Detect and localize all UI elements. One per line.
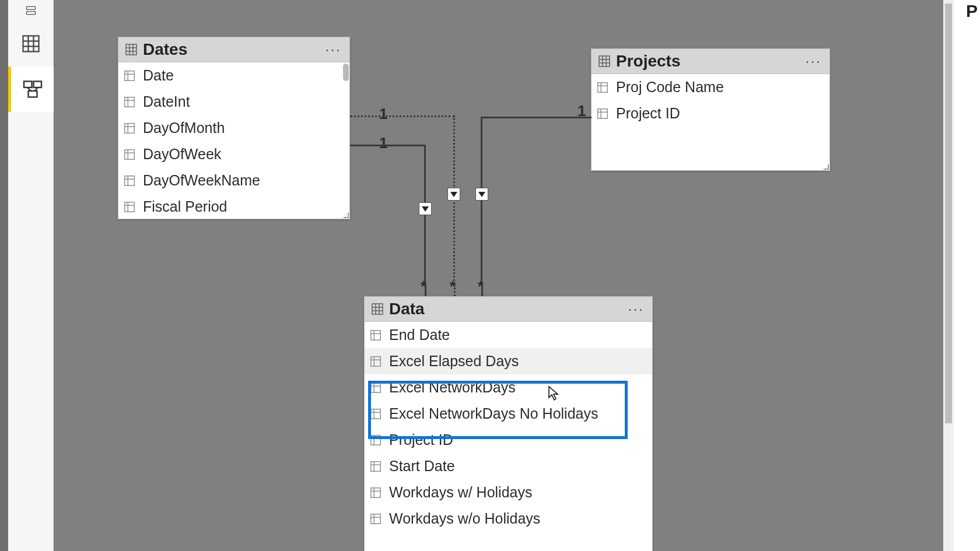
svg-rect-35 <box>599 56 610 66</box>
svg-rect-20 <box>125 97 135 107</box>
table-icon <box>370 302 384 316</box>
nav-model-view[interactable] <box>8 66 54 112</box>
svg-rect-43 <box>598 108 608 118</box>
field-projcodename[interactable]: Proj Code Name <box>592 74 830 100</box>
field-label: Excel Elapsed Days <box>389 353 519 370</box>
relationship-line[interactable] <box>481 285 483 296</box>
field-icon <box>123 174 136 187</box>
field-projectid[interactable]: Project ID <box>592 100 830 127</box>
field-icon <box>123 122 136 135</box>
svg-rect-0 <box>27 6 36 9</box>
relationship-line[interactable] <box>481 117 592 118</box>
field-label: Project ID <box>616 105 680 122</box>
resize-handle[interactable] <box>822 163 830 170</box>
field-list-data: End Date Excel Elapsed Days Excel Networ… <box>365 322 652 532</box>
svg-rect-17 <box>125 71 135 80</box>
scrollbar-thumb[interactable] <box>945 3 952 423</box>
field-excelelapseddays[interactable]: Excel Elapsed Days <box>365 348 652 374</box>
cardinality-one: 1 <box>379 134 387 152</box>
right-panel-collapsed[interactable]: P <box>954 0 980 551</box>
svg-rect-23 <box>125 123 135 133</box>
svg-rect-32 <box>125 202 135 212</box>
relationship-line-inactive[interactable] <box>350 115 455 117</box>
svg-rect-54 <box>371 356 381 366</box>
field-excelnetworkdaysnohol[interactable]: Excel NetworkDays No Holidays <box>365 401 652 427</box>
field-startdate[interactable]: Start Date <box>365 453 652 479</box>
field-icon <box>596 107 609 120</box>
model-canvas[interactable]: Dates ··· Date DateInt DayOfMonth DayOfW… <box>54 0 954 551</box>
field-icon <box>596 81 609 94</box>
field-workdayshol[interactable]: Workdays w/ Holidays <box>365 479 652 506</box>
field-dayofweek[interactable]: DayOfWeek <box>118 141 349 167</box>
svg-rect-9 <box>28 91 37 97</box>
table-header-projects[interactable]: Projects ··· <box>592 49 830 74</box>
nav-data-view[interactable] <box>8 21 54 66</box>
field-dayofweekname[interactable]: DayOfWeekName <box>118 167 349 194</box>
svg-rect-46 <box>372 304 383 314</box>
relationship-direction-arrow <box>419 202 432 215</box>
field-label: Excel NetworkDays <box>389 379 516 396</box>
relationship-line[interactable] <box>350 145 426 146</box>
table-menu-data[interactable]: ··· <box>625 300 646 318</box>
svg-rect-72 <box>371 514 381 524</box>
cardinality-many: * <box>478 278 484 296</box>
canvas-vertical-scrollbar[interactable] <box>943 0 954 551</box>
field-dayofmonth[interactable]: DayOfMonth <box>118 115 349 141</box>
field-label: Start Date <box>389 458 455 475</box>
field-icon <box>123 201 136 213</box>
relationship-line-inactive[interactable] <box>453 115 455 285</box>
field-label: DayOfWeekName <box>143 172 260 189</box>
field-dateint[interactable]: DateInt <box>118 89 349 115</box>
svg-rect-7 <box>24 82 32 88</box>
table-header-dates[interactable]: Dates ··· <box>118 37 349 62</box>
field-workdaysnohol[interactable]: Workdays w/o Holidays <box>365 506 652 532</box>
field-list-scrollbar[interactable] <box>343 64 349 81</box>
svg-rect-1 <box>27 12 36 15</box>
nav-report-view[interactable] <box>8 0 54 21</box>
field-label: Workdays w/o Holidays <box>389 510 540 527</box>
cardinality-many: * <box>450 278 456 296</box>
svg-rect-60 <box>371 409 381 419</box>
relationship-line[interactable] <box>481 117 482 285</box>
field-enddate[interactable]: End Date <box>365 322 652 348</box>
table-data[interactable]: Data ··· End Date Excel Elapsed Days Exc… <box>364 296 653 551</box>
view-nav-column <box>8 0 54 551</box>
field-label: Excel NetworkDays No Holidays <box>389 405 598 422</box>
resize-handle[interactable] <box>342 212 349 219</box>
field-data-projectid[interactable]: Project ID <box>365 427 652 453</box>
cardinality-one: 1 <box>379 105 387 123</box>
field-icon <box>369 355 382 368</box>
svg-rect-63 <box>371 435 381 445</box>
table-menu-dates[interactable]: ··· <box>323 41 344 59</box>
svg-rect-26 <box>125 149 135 159</box>
field-label: Proj Code Name <box>616 79 724 96</box>
table-header-data[interactable]: Data ··· <box>365 297 652 322</box>
svg-rect-66 <box>371 461 381 471</box>
relationship-line[interactable] <box>425 285 426 296</box>
cardinality-many: * <box>421 278 426 296</box>
cardinality-one: 1 <box>578 102 586 120</box>
field-icon <box>123 148 136 161</box>
field-date[interactable]: Date <box>118 62 349 89</box>
svg-rect-69 <box>371 487 381 497</box>
table-menu-projects[interactable]: ··· <box>803 52 824 71</box>
field-icon <box>123 69 136 82</box>
table-title-projects: Projects <box>616 52 803 71</box>
field-excelnetworkdays[interactable]: Excel NetworkDays <box>365 374 652 401</box>
field-list-projects: Proj Code Name Project ID <box>592 74 830 127</box>
table-icon <box>597 54 611 68</box>
field-icon <box>369 486 382 499</box>
field-icon <box>369 329 382 342</box>
relationship-line[interactable] <box>424 145 426 285</box>
field-label: DayOfWeek <box>143 146 221 163</box>
table-dates[interactable]: Dates ··· Date DateInt DayOfMonth DayOfW… <box>118 37 350 219</box>
table-projects[interactable]: Projects ··· Proj Code Name Project ID <box>591 48 830 171</box>
relationship-line-inactive[interactable] <box>454 285 456 296</box>
field-label: Fiscal Period <box>143 198 228 215</box>
field-label: DateInt <box>143 93 190 110</box>
svg-rect-40 <box>598 82 608 92</box>
right-panel-label: P <box>966 1 978 21</box>
svg-rect-57 <box>371 382 381 392</box>
field-icon <box>369 513 382 525</box>
field-fiscalperiod[interactable]: Fiscal Period <box>118 194 349 219</box>
